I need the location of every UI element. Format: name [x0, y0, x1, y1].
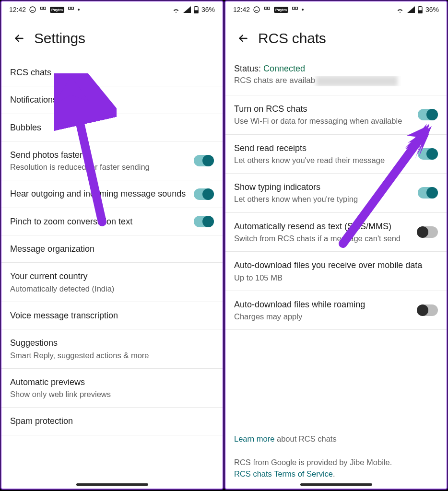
rcs-status-section: Status: Connected RCS chats are availab: [225, 59, 447, 95]
row-title: Auto-download files you receive over mob…: [234, 259, 432, 271]
settings-row[interactable]: SuggestionsSmart Reply, suggested action…: [1, 329, 223, 369]
svg-rect-1: [41, 7, 43, 10]
toggle-switch[interactable]: [418, 148, 438, 160]
settings-row[interactable]: Turn on RCS chatsUse Wi-Fi or data for m…: [225, 95, 447, 135]
svg-rect-6: [195, 6, 197, 7]
settings-row[interactable]: Your current countryAutomatically detect…: [1, 263, 223, 302]
settings-row[interactable]: Spam protection: [1, 408, 223, 435]
svg-rect-3: [69, 7, 71, 10]
svg-point-9: [254, 7, 259, 12]
toggle-switch[interactable]: [194, 188, 214, 200]
row-subtitle: Up to 105 MB: [234, 272, 432, 283]
tos-rest: .: [333, 469, 335, 478]
status-subtext: RCS chats are availab: [234, 76, 315, 85]
row-subtitle: Show only web link previews: [10, 389, 208, 399]
app-icon: [39, 6, 47, 13]
wifi-icon: [172, 6, 180, 13]
settings-row[interactable]: Hear outgoing and incoming message sound…: [1, 180, 223, 208]
phone-left: 12:42 Paytm 36% Settings RCS chatsNotifi…: [0, 0, 224, 490]
row-subtitle: Charges may apply: [234, 311, 412, 322]
row-title: Automatically resend as text (SMS/MMS): [234, 221, 412, 232]
row-subtitle: Use Wi-Fi or data for messaging when ava…: [234, 116, 412, 126]
settings-row[interactable]: Notifications: [1, 86, 223, 114]
svg-rect-12: [293, 7, 295, 10]
status-value: Connected: [263, 64, 305, 73]
settings-row[interactable]: Automatic previewsShow only web link pre…: [1, 369, 223, 408]
settings-row[interactable]: Automatically resend as text (SMS/MMS)Sw…: [225, 213, 447, 252]
row-title: Your current country: [10, 270, 208, 282]
row-title: Pinch to zoom conversation text: [10, 216, 188, 227]
settings-list[interactable]: RCS chatsNotificationsBubblesSend photos…: [1, 59, 223, 489]
row-title: Show typing indicators: [234, 181, 412, 193]
learn-more-rest: about RCS chats: [274, 434, 336, 443]
svg-rect-13: [295, 7, 298, 10]
row-title: Notifications: [10, 94, 208, 105]
redacted-text: [316, 76, 398, 86]
row-title: Message organization: [10, 243, 208, 255]
svg-rect-15: [419, 6, 421, 7]
row-title: Auto-download files while roaming: [234, 299, 412, 310]
signal-icon: [407, 6, 415, 13]
row-title: Send read receipts: [234, 142, 412, 154]
svg-rect-2: [44, 7, 46, 10]
row-subtitle: Smart Reply, suggested actions & more: [10, 350, 208, 361]
settings-row[interactable]: RCS chats: [1, 59, 223, 86]
svg-point-0: [30, 7, 35, 12]
settings-row[interactable]: Send photos fasterResolution is reduced …: [1, 141, 223, 181]
app-icon-2: [291, 6, 299, 13]
svg-rect-10: [265, 7, 267, 10]
settings-row[interactable]: Auto-download files you receive over mob…: [225, 252, 447, 291]
more-dot-icon: [302, 9, 304, 11]
back-arrow-icon: [237, 32, 249, 45]
settings-row[interactable]: Bubbles: [1, 114, 223, 141]
battery-icon: [194, 6, 199, 13]
settings-row[interactable]: Auto-download files while roamingCharges…: [225, 291, 447, 330]
back-arrow-icon: [13, 32, 25, 45]
toggle-switch[interactable]: [418, 187, 438, 199]
row-subtitle: Switch from RCS chats if a message can't…: [234, 233, 412, 244]
settings-row[interactable]: Send read receiptsLet others know you've…: [225, 135, 447, 174]
paytm-icon: Paytm: [50, 7, 64, 13]
wifi-icon: [396, 6, 404, 13]
tos-link[interactable]: RCS chats Terms of Service: [234, 469, 333, 478]
svg-rect-16: [418, 11, 422, 13]
settings-row[interactable]: Voice message transcription: [1, 302, 223, 329]
status-time: 12:42: [9, 6, 26, 13]
row-title: Suggestions: [10, 337, 208, 349]
row-title: Spam protection: [10, 415, 208, 427]
row-title: Turn on RCS chats: [234, 103, 412, 115]
toggle-switch[interactable]: [194, 216, 214, 227]
more-dot-icon: [78, 9, 80, 11]
paytm-icon: Paytm: [274, 7, 288, 13]
rcs-settings-list[interactable]: Turn on RCS chatsUse Wi-Fi or data for m…: [225, 95, 447, 424]
learn-more-link[interactable]: Learn more: [234, 434, 274, 443]
row-subtitle: Automatically detected (India): [10, 283, 208, 294]
page-title: Settings: [34, 30, 85, 47]
back-button[interactable]: [9, 28, 29, 48]
nav-bar-pill[interactable]: [76, 483, 148, 486]
whatsapp-icon: [253, 6, 260, 13]
battery-percent: 36%: [201, 6, 215, 13]
provider-text: RCS from Google is provided by Jibe Mobi…: [234, 456, 438, 468]
svg-rect-7: [194, 11, 198, 13]
app-bar: Settings: [1, 18, 223, 59]
status-time: 12:42: [233, 6, 250, 13]
svg-rect-11: [268, 7, 270, 10]
app-icon-2: [67, 6, 75, 13]
settings-row[interactable]: Show typing indicatorsLet others know wh…: [225, 174, 447, 213]
svg-rect-4: [71, 7, 74, 10]
nav-bar-pill[interactable]: [300, 483, 372, 486]
toggle-switch[interactable]: [418, 226, 438, 238]
row-title: Voice message transcription: [10, 310, 208, 321]
row-title: Send photos faster: [10, 149, 188, 161]
row-title: Bubbles: [10, 122, 208, 133]
settings-row[interactable]: Message organization: [1, 235, 223, 263]
status-bar: 12:42 Paytm 36%: [1, 1, 223, 18]
toggle-switch[interactable]: [194, 155, 214, 166]
back-button[interactable]: [233, 28, 253, 48]
status-label: Status:: [234, 64, 263, 73]
status-bar: 12:42 Paytm 36%: [225, 1, 447, 18]
toggle-switch[interactable]: [418, 109, 438, 120]
toggle-switch[interactable]: [418, 304, 438, 316]
settings-row[interactable]: Pinch to zoom conversation text: [1, 208, 223, 235]
